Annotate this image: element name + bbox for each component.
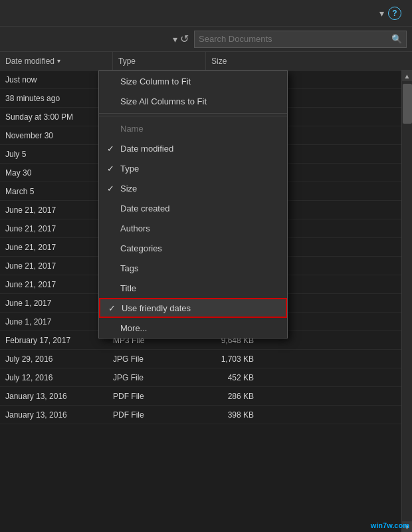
menu-item-authors[interactable]: Authors (99, 218, 287, 238)
menu-item-size-all-columns[interactable]: Size All Columns to Fit (99, 91, 287, 111)
scrollbar[interactable]: ▲ ▼ (401, 70, 412, 532)
file-cell-date: Just now (5, 75, 113, 84)
menu-item-more[interactable]: More... (99, 318, 287, 338)
file-cell-date: March 5 (5, 187, 113, 196)
file-cell-size: 452 KB (206, 373, 259, 382)
menu-item-tags[interactable]: Tags (99, 258, 287, 278)
file-cell-date: July 29, 2016 (5, 354, 113, 364)
col-header-size[interactable]: Size (206, 52, 272, 70)
file-cell-size: 1,703 KB (206, 354, 259, 364)
file-cell-type: JPG File (113, 373, 206, 382)
menu-item-date-modified[interactable]: ✓Date modified (99, 138, 287, 158)
menu-item-categories[interactable]: Categories (99, 238, 287, 258)
file-cell-date: June 1, 2017 (5, 317, 113, 327)
menu-item-label: Date modified (120, 144, 279, 154)
menu-item-label: Tags (120, 263, 279, 273)
menu-item-label: Size All Columns to Fit (120, 96, 279, 106)
menu-divider (99, 113, 287, 114)
menu-item-label: Title (120, 283, 279, 293)
file-cell-type: PDF File (113, 392, 206, 401)
search-input[interactable] (199, 34, 391, 44)
menu-check-icon: ✓ (107, 164, 120, 174)
menu-item-name[interactable]: Name (99, 118, 287, 138)
menu-item-title[interactable]: Title (99, 278, 287, 298)
search-icon[interactable]: 🔍 (391, 34, 402, 44)
file-cell-size: 286 KB (206, 392, 259, 401)
menu-item-label: Size (120, 184, 279, 194)
search-box: 🔍 (194, 31, 407, 48)
scrollbar-up-arrow[interactable]: ▲ (402, 70, 413, 81)
main-area: Just now KB 38 minutes ago KB Sunday at … (0, 70, 412, 532)
file-cell-date: 38 minutes ago (5, 94, 113, 103)
file-cell-date: June 21, 2017 (5, 205, 113, 215)
file-cell-date: June 21, 2017 (5, 280, 113, 289)
file-cell-date: June 1, 2017 (5, 299, 113, 308)
file-cell-type: PDF File (113, 410, 206, 420)
table-row[interactable]: January 13, 2016 PDF File 286 KB (0, 387, 401, 406)
menu-check-icon: ✓ (107, 144, 120, 154)
file-cell-size: 398 KB (206, 410, 259, 420)
file-cell-date: November 30 (5, 131, 113, 140)
menu-check-icon: ✓ (107, 184, 120, 194)
menu-item-size[interactable]: ✓Size (99, 178, 287, 198)
menu-item-label: Authors (120, 223, 279, 233)
table-row[interactable]: July 12, 2016 JPG File 452 KB (0, 368, 401, 387)
file-cell-date: July 12, 2016 (5, 373, 113, 382)
menu-item-label: Categories (120, 243, 279, 253)
file-cell-date: February 17, 2017 (5, 336, 113, 345)
column-header: Date modified ▾ Type Size (0, 52, 412, 70)
dropdown-chevron-icon[interactable]: ▾ (173, 34, 177, 45)
menu-item-type[interactable]: ✓Type (99, 158, 287, 178)
file-cell-date: Sunday at 3:00 PM (5, 112, 113, 122)
menu-item-label: Size Column to Fit (120, 76, 279, 86)
file-cell-date: May 30 (5, 168, 113, 178)
watermark: win7w.com (371, 521, 409, 529)
file-cell-date: June 21, 2017 (5, 224, 113, 233)
table-row[interactable]: July 29, 2016 JPG File 1,703 KB (0, 350, 401, 368)
menu-item-label: Type (120, 164, 279, 174)
file-cell-date: June 21, 2017 (5, 261, 113, 271)
refresh-icon[interactable]: ↺ (180, 33, 189, 45)
file-cell-date: January 13, 2016 (5, 392, 113, 401)
table-row[interactable]: January 13, 2016 PDF File 398 KB (0, 406, 401, 424)
file-cell-date: January 13, 2016 (5, 410, 113, 420)
chevron-down-icon[interactable]: ▾ (379, 8, 384, 19)
file-cell-type: JPG File (113, 354, 206, 364)
help-icon[interactable]: ? (388, 7, 401, 20)
file-cell-date: July 5 (5, 150, 113, 159)
menu-item-label: Date created (120, 203, 279, 213)
menu-item-label: Use friendly dates (122, 303, 278, 313)
menu-check-icon: ✓ (108, 303, 122, 313)
context-menu: Size Column to FitSize All Columns to Fi… (98, 70, 288, 338)
col-header-date[interactable]: Date modified ▾ (0, 52, 113, 70)
menu-item-label: Name (120, 124, 279, 134)
file-cell-date: June 21, 2017 (5, 243, 113, 252)
menu-item-use-friendly-dates[interactable]: ✓Use friendly dates (99, 298, 287, 318)
menu-item-label: More... (120, 323, 279, 333)
menu-divider (99, 116, 287, 116)
menu-item-date-created[interactable]: Date created (99, 198, 287, 218)
scrollbar-thumb[interactable] (403, 84, 412, 124)
menu-item-size-column-to-fit[interactable]: Size Column to Fit (99, 71, 287, 91)
col-header-type[interactable]: Type (113, 52, 206, 70)
